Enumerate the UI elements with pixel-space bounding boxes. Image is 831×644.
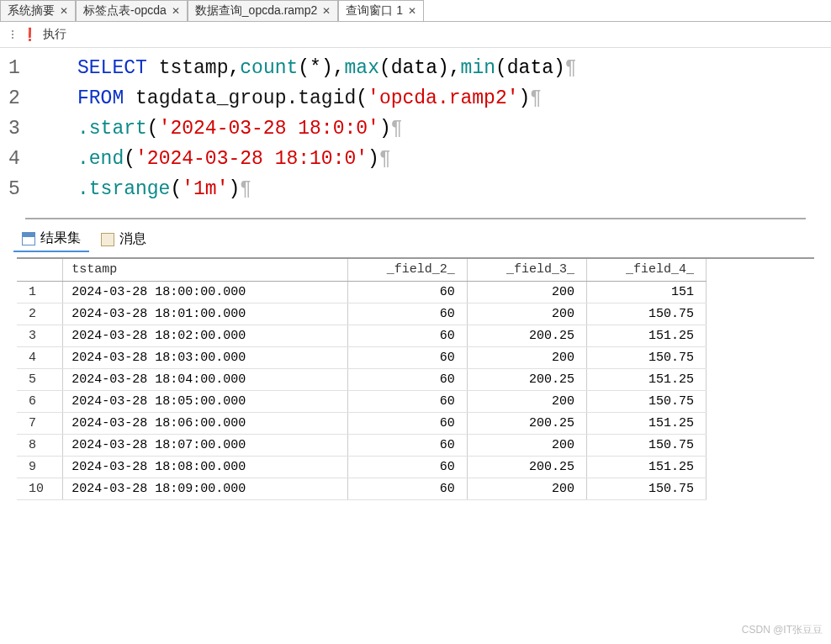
cell-tstamp: 2024-03-28 18:01:00.000 [63, 303, 348, 325]
cell-field2: 60 [347, 390, 467, 412]
cell-field4: 150.75 [586, 478, 706, 499]
tab-label: 标签点表-opcda [83, 3, 167, 18]
cell-field4: 150.75 [586, 434, 706, 456]
cell-field2: 60 [347, 281, 467, 303]
results-table-wrap: tstamp _field_2_ _field_3_ _field_4_ 120… [17, 257, 814, 500]
cell-field3: 200.25 [467, 368, 586, 390]
cell-field2: 60 [347, 346, 467, 368]
col-field4[interactable]: _field_4_ [586, 259, 706, 281]
cell-rownum: 1 [17, 281, 63, 303]
cell-rownum: 10 [17, 478, 63, 499]
cell-field3: 200 [467, 478, 586, 499]
table-row[interactable]: 12024-03-28 18:00:00.00060200151 [17, 281, 707, 303]
tab-label: 消息 [119, 230, 146, 248]
cell-field3: 200.25 [467, 456, 586, 478]
tab-label: 数据查询_opcda.ramp2 [195, 3, 318, 18]
cell-field2: 60 [347, 478, 467, 499]
cell-field2: 60 [347, 368, 467, 390]
toolbar: ❗ 执行 [0, 22, 831, 48]
cell-field3: 200 [467, 346, 586, 368]
cell-field3: 200 [467, 390, 586, 412]
close-icon[interactable]: ✕ [320, 5, 332, 17]
col-rownum[interactable] [17, 259, 63, 281]
grip-icon [12, 30, 13, 39]
cell-rownum: 2 [17, 303, 63, 325]
table-row[interactable]: 92024-03-28 18:08:00.00060200.25151.25 [17, 456, 707, 478]
code-area[interactable]: SELECT tstamp,count(*),max(data),min(dat… [35, 53, 577, 204]
cell-field4: 151.25 [586, 412, 706, 434]
tab-system-summary[interactable]: 系统摘要 ✕ [0, 0, 76, 21]
cell-field2: 60 [347, 434, 467, 456]
cell-rownum: 6 [17, 390, 63, 412]
close-icon[interactable]: ✕ [58, 5, 70, 17]
cell-tstamp: 2024-03-28 18:02:00.000 [63, 325, 348, 346]
tab-label: 结果集 [40, 230, 81, 247]
table-row[interactable]: 22024-03-28 18:01:00.00060200150.75 [17, 303, 707, 325]
col-field2[interactable]: _field_2_ [347, 259, 467, 281]
sql-editor[interactable]: 1 2 3 4 5 SELECT tstamp,count(*),max(dat… [0, 48, 831, 213]
results-table[interactable]: tstamp _field_2_ _field_3_ _field_4_ 120… [17, 259, 707, 500]
table-row[interactable]: 62024-03-28 18:05:00.00060200150.75 [17, 390, 707, 412]
table-row[interactable]: 82024-03-28 18:07:00.00060200150.75 [17, 434, 707, 456]
cell-tstamp: 2024-03-28 18:03:00.000 [63, 346, 348, 368]
cell-field2: 60 [347, 412, 467, 434]
cell-field4: 151.25 [586, 456, 706, 478]
cell-tstamp: 2024-03-28 18:07:00.000 [63, 434, 348, 456]
tab-label: 系统摘要 [8, 3, 55, 18]
cell-tstamp: 2024-03-28 18:06:00.000 [63, 412, 348, 434]
execute-icon[interactable]: ❗ [22, 27, 38, 42]
message-icon [101, 233, 114, 246]
cell-field2: 60 [347, 325, 467, 346]
table-row[interactable]: 72024-03-28 18:06:00.00060200.25151.25 [17, 412, 707, 434]
cell-rownum: 5 [17, 368, 63, 390]
cell-rownum: 9 [17, 456, 63, 478]
cell-field2: 60 [347, 456, 467, 478]
cell-field3: 200 [467, 303, 586, 325]
cell-field4: 150.75 [586, 303, 706, 325]
cell-field4: 150.75 [586, 346, 706, 368]
cell-field4: 151.25 [586, 325, 706, 346]
cell-field3: 200.25 [467, 325, 586, 346]
close-icon[interactable]: ✕ [170, 5, 182, 17]
close-icon[interactable]: ✕ [406, 5, 418, 17]
top-tabs: 系统摘要 ✕ 标签点表-opcda ✕ 数据查询_opcda.ramp2 ✕ 查… [0, 0, 831, 22]
cell-field4: 151 [586, 281, 706, 303]
cell-tstamp: 2024-03-28 18:04:00.000 [63, 368, 348, 390]
tab-query-window-1[interactable]: 查询窗口 1 ✕ [338, 0, 424, 21]
execute-button[interactable]: 执行 [43, 27, 66, 42]
grid-icon [22, 232, 35, 245]
watermark: CSDN @IT张豆豆 [742, 623, 823, 637]
tab-tagtable-opcda[interactable]: 标签点表-opcda ✕ [76, 0, 188, 21]
table-row[interactable]: 52024-03-28 18:04:00.00060200.25151.25 [17, 368, 707, 390]
table-row[interactable]: 42024-03-28 18:03:00.00060200150.75 [17, 346, 707, 368]
cell-field4: 150.75 [586, 390, 706, 412]
cell-field4: 151.25 [586, 368, 706, 390]
table-header-row: tstamp _field_2_ _field_3_ _field_4_ [17, 259, 707, 281]
cell-tstamp: 2024-03-28 18:00:00.000 [63, 281, 348, 303]
cell-tstamp: 2024-03-28 18:09:00.000 [63, 478, 348, 499]
cell-rownum: 4 [17, 346, 63, 368]
tab-label: 查询窗口 1 [346, 3, 403, 18]
tab-dataquery-opcda-ramp2[interactable]: 数据查询_opcda.ramp2 ✕ [188, 0, 339, 21]
cell-rownum: 3 [17, 325, 63, 346]
col-field3[interactable]: _field_3_ [467, 259, 586, 281]
tab-messages[interactable]: 消息 [93, 227, 155, 251]
cell-tstamp: 2024-03-28 18:05:00.000 [63, 390, 348, 412]
cell-field3: 200.25 [467, 412, 586, 434]
result-tabs: 结果集 消息 [0, 219, 831, 252]
cell-rownum: 8 [17, 434, 63, 456]
cell-rownum: 7 [17, 412, 63, 434]
cell-field2: 60 [347, 303, 467, 325]
tab-results[interactable]: 结果集 [13, 226, 89, 252]
table-row[interactable]: 102024-03-28 18:09:00.00060200150.75 [17, 478, 707, 499]
line-gutter: 1 2 3 4 5 [0, 53, 35, 204]
table-row[interactable]: 32024-03-28 18:02:00.00060200.25151.25 [17, 325, 707, 346]
col-tstamp[interactable]: tstamp [63, 259, 348, 281]
cell-field3: 200 [467, 281, 586, 303]
cell-tstamp: 2024-03-28 18:08:00.000 [63, 456, 348, 478]
cell-field3: 200 [467, 434, 586, 456]
